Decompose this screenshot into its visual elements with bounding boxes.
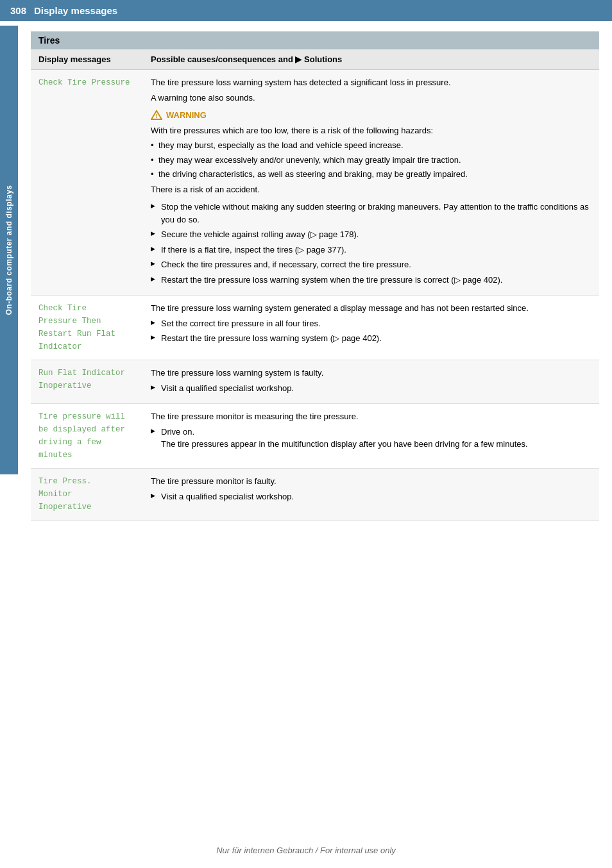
warning-label: WARNING	[166, 109, 207, 122]
header-title: Display messages	[34, 5, 117, 16]
table-row: Check TirePressure ThenRestart Run FlatI…	[31, 296, 599, 360]
hazard-list: they may burst, especially as the load a…	[151, 139, 591, 181]
content-cell: The tire pressure loss warning system ha…	[143, 70, 599, 296]
table-row: Tire Press.MonitorInoperative The tire p…	[31, 469, 599, 521]
table-row: Run Flat IndicatorInoperative The tire p…	[31, 360, 599, 404]
display-msg-cell: Check Tire Pressure	[31, 70, 143, 296]
list-item: they may wear excessively and/or unevenl…	[151, 154, 591, 167]
main-content: Tires Display messages Possible causes/c…	[18, 21, 612, 531]
solution-list: Visit a qualified specialist workshop.	[151, 382, 591, 395]
table-row: Tire pressure willbe displayed afterdriv…	[31, 404, 599, 469]
solution-list: Set the correct tire pressure in all fou…	[151, 317, 591, 345]
footer: Nur für internen Gebrauch / For internal…	[0, 846, 612, 855]
table-row: Check Tire Pressure The tire pressure lo…	[31, 70, 599, 296]
warning-triangle-icon: !	[151, 110, 162, 121]
solution-list: Visit a qualified specialist workshop.	[151, 490, 591, 503]
content-cell: The tire pressure loss warning system ge…	[143, 296, 599, 360]
solution-list: Drive on.The tire pressures appear in th…	[151, 426, 591, 451]
list-item: they may burst, especially as the load a…	[151, 139, 591, 152]
col1-header: Display messages	[31, 49, 143, 70]
list-item: Visit a qualified specialist workshop.	[151, 490, 591, 503]
warning-title: ! WARNING	[151, 109, 591, 122]
content-cell: The tire pressure monitor is measuring t…	[143, 404, 599, 469]
col2-header: Possible causes/consequences and ▶ Solut…	[143, 49, 599, 70]
sidebar: On-board computer and displays	[0, 26, 18, 474]
list-item: Visit a qualified specialist workshop.	[151, 382, 591, 395]
list-item: If there is a flat tire, inspect the tir…	[151, 244, 591, 256]
list-item: Restart the tire pressure loss warning s…	[151, 274, 591, 287]
section-title: Tires	[31, 31, 599, 49]
table-header-row: Display messages Possible causes/consequ…	[31, 49, 599, 70]
list-item: Restart the tire pressure loss warning s…	[151, 332, 591, 345]
list-item: Set the correct tire pressure in all fou…	[151, 317, 591, 330]
list-item: Drive on.The tire pressures appear in th…	[151, 426, 591, 451]
display-messages-table: Display messages Possible causes/consequ…	[31, 49, 599, 521]
list-item: Check the tire pressures and, if necessa…	[151, 258, 591, 271]
list-item: Stop the vehicle without making any sudd…	[151, 201, 591, 226]
footer-text: Nur für internen Gebrauch / For internal…	[216, 846, 396, 855]
display-msg-cell: Check TirePressure ThenRestart Run FlatI…	[31, 296, 143, 360]
svg-text:!: !	[156, 113, 158, 119]
display-msg-cell: Run Flat IndicatorInoperative	[31, 360, 143, 404]
list-item: the driving characteristics, as well as …	[151, 168, 591, 181]
display-msg-cell: Tire Press.MonitorInoperative	[31, 469, 143, 521]
page-header: 308 Display messages	[0, 0, 612, 21]
warning-box: ! WARNING With tire pressures which are …	[151, 109, 591, 196]
page-number: 308	[10, 5, 26, 16]
display-msg-cell: Tire pressure willbe displayed afterdriv…	[31, 404, 143, 469]
list-item: Secure the vehicle against rolling away …	[151, 228, 591, 241]
content-cell: The tire pressure loss warning system is…	[143, 360, 599, 404]
content-cell: The tire pressure monitor is faulty. Vis…	[143, 469, 599, 521]
sidebar-label: On-board computer and displays	[4, 185, 13, 315]
solution-list: Stop the vehicle without making any sudd…	[151, 201, 591, 286]
